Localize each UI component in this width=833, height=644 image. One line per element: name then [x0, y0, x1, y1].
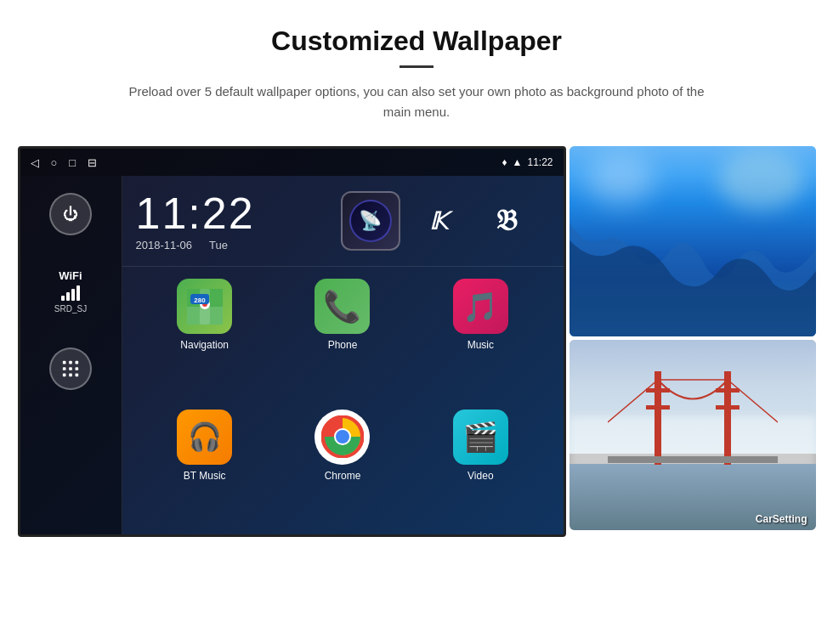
svg-rect-25 — [724, 371, 731, 465]
page-title: Customized Wallpaper — [271, 25, 562, 57]
app-cell-chrome[interactable]: Chrome — [274, 401, 411, 532]
navigation-icon: 280 — [177, 279, 232, 334]
svg-rect-27 — [716, 405, 740, 410]
signal-app-icon[interactable]: 📡 — [341, 191, 400, 251]
app-cell-phone[interactable]: 📞 Phone — [274, 270, 411, 401]
status-bar: ◁ ○ □ ⊟ ♦ ▲ 11:22 — [20, 149, 564, 176]
device-wrapper: ◁ ○ □ ⊟ ♦ ▲ 11:22 ⏻ WiFi — [18, 146, 816, 537]
svg-rect-6 — [63, 374, 66, 377]
android-screen: ◁ ○ □ ⊟ ♦ ▲ 11:22 ⏻ WiFi — [18, 146, 566, 537]
status-bar-left: ◁ ○ □ ⊟ — [31, 156, 98, 169]
app-cell-video[interactable]: 🎬 Video — [411, 401, 549, 532]
main-content: 11:22 2018-11-06 Tue 📡 — [122, 176, 564, 534]
page-description: Preload over 5 default wallpaper options… — [119, 82, 714, 122]
wifi-status-icon: ▲ — [513, 156, 523, 168]
app-cell-bt-music[interactable]: 🎧 BT Music — [136, 401, 274, 532]
bridge-svg — [608, 371, 778, 473]
all-apps-button[interactable] — [49, 347, 92, 390]
svg-rect-24 — [646, 405, 670, 410]
b-app-icon[interactable]: 𝔅 — [477, 191, 536, 251]
music-label: Music — [468, 339, 494, 351]
svg-rect-22 — [654, 371, 661, 465]
music-icon: 🎵 — [453, 279, 508, 334]
svg-rect-8 — [76, 374, 79, 377]
navigation-label: Navigation — [180, 339, 229, 351]
clock-date: 2018-11-06 Tue — [136, 239, 255, 251]
phone-icon: 📞 — [314, 279, 370, 334]
svg-rect-1 — [69, 361, 72, 364]
phone-label: Phone — [328, 339, 358, 351]
chrome-label: Chrome — [325, 470, 361, 482]
svg-rect-4 — [69, 367, 72, 370]
home-nav-icon[interactable]: ○ — [51, 156, 58, 169]
svg-rect-0 — [63, 361, 66, 364]
wallpaper-ice-cave[interactable] — [570, 146, 816, 336]
app-cell-navigation[interactable]: 280 Navigation — [136, 270, 274, 401]
clock-time: 11:22 — [136, 191, 255, 235]
signal-bars — [54, 285, 87, 301]
video-icon: 🎬 — [453, 410, 508, 465]
app-grid: 280 Navigation 📞 Phone — [122, 267, 564, 534]
b-badge: 𝔅 — [496, 204, 518, 238]
location-icon: ♦ — [502, 156, 507, 168]
grid-icon — [61, 359, 80, 378]
power-button[interactable]: ⏻ — [49, 193, 92, 235]
status-time: 11:22 — [527, 156, 552, 168]
clock-date-left: 2018-11-06 — [136, 239, 193, 251]
clock-date-right: Tue — [209, 239, 228, 251]
ice-highlight-1 — [586, 155, 654, 206]
sidebar: ⏻ WiFi SRD_SJ — [20, 176, 122, 534]
chrome-icon — [314, 410, 370, 465]
svg-point-20 — [336, 430, 349, 443]
svg-rect-7 — [69, 374, 72, 377]
wifi-ssid: SRD_SJ — [54, 304, 87, 314]
car-setting-label: CarSetting — [756, 513, 808, 525]
wallpaper-thumbnails: CarSetting — [570, 146, 816, 530]
ki-app-icon[interactable]: 𝕂 — [409, 191, 468, 251]
ice-stalactites — [570, 223, 816, 336]
maps-svg: 280 — [187, 289, 223, 325]
clock-area: 11:22 2018-11-06 Tue 📡 — [122, 176, 564, 267]
bt-music-label: BT Music — [184, 470, 226, 482]
clock-info: 11:22 2018-11-06 Tue — [136, 191, 255, 251]
ice-highlight-2 — [718, 150, 803, 210]
svg-rect-28 — [608, 456, 778, 463]
wifi-widget: WiFi SRD_SJ — [54, 269, 87, 314]
wallpaper-golden-gate[interactable]: CarSetting — [570, 340, 816, 530]
svg-rect-2 — [76, 361, 79, 364]
screen-body: ⏻ WiFi SRD_SJ — [20, 176, 564, 534]
video-label: Video — [468, 470, 493, 482]
back-nav-icon[interactable]: ◁ — [31, 156, 39, 169]
quick-apps-top: 📡 𝕂 𝔅 — [327, 184, 550, 257]
svg-rect-5 — [76, 367, 79, 370]
bt-music-icon: 🎧 — [177, 410, 232, 465]
app-cell-music[interactable]: 🎵 Music — [411, 270, 549, 401]
ki-badge: 𝕂 — [429, 207, 447, 235]
chrome-svg — [321, 415, 364, 458]
screenshot-nav-icon[interactable]: ⊟ — [88, 156, 97, 169]
svg-rect-3 — [63, 367, 66, 370]
status-bar-right: ♦ ▲ 11:22 — [502, 156, 552, 168]
ice-cave-detail — [570, 146, 816, 336]
wifi-label: WiFi — [54, 269, 87, 282]
signal-circle: 📡 — [349, 200, 392, 242]
recents-nav-icon[interactable]: □ — [69, 156, 76, 169]
svg-text:280: 280 — [194, 297, 206, 304]
title-divider — [400, 65, 434, 68]
